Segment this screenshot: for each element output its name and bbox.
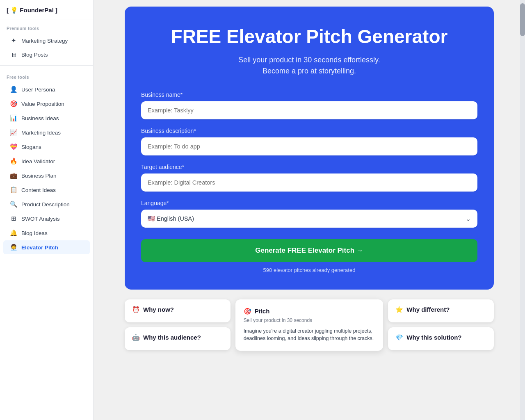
sidebar-item-blog-ideas[interactable]: 🔔 Blog Ideas — [3, 226, 90, 240]
chart-icon: 📊 — [10, 114, 17, 122]
clock-icon: ⏰ — [132, 306, 140, 313]
why-different-card: ⭐ Why different? — [388, 299, 494, 322]
preview-right: ⭐ Why different? 💎 Why this solution? — [388, 299, 494, 350]
pitch-title-text: Pitch — [255, 308, 270, 315]
why-now-title: ⏰ Why now? — [132, 306, 223, 313]
pitch-card-title: 🎯 Pitch — [244, 308, 375, 315]
sidebar-item-marketing-ideas[interactable]: 📈 Marketing Ideas — [3, 126, 90, 139]
pitch-body: Imagine you're a digital creator jugglin… — [244, 327, 375, 343]
star-icon: ⭐ — [395, 306, 403, 313]
sidebar-item-swot-analysis[interactable]: ⊞ SWOT Analysis — [3, 212, 90, 226]
business-name-group: Business name* — [141, 91, 477, 119]
sidebar-item-marketing-strategy[interactable]: ✦ Marketing Strategy — [3, 34, 90, 48]
hero-subtitle: Sell your product in 30 seconds effortle… — [141, 55, 477, 77]
why-solution-title: 💎 Why this solution? — [395, 334, 486, 341]
logo-text: [ 💡 FounderPal ] — [7, 7, 57, 14]
subtitle-line1: Sell your product in 30 seconds effortle… — [238, 56, 380, 64]
robot-icon: 🤖 — [132, 334, 140, 341]
magnify-icon: 🔍 — [10, 201, 17, 208]
trending-icon: 📈 — [10, 129, 17, 136]
sidebar-item-label: Marketing Strategy — [21, 38, 68, 44]
sparkle-icon: ✦ — [10, 37, 17, 44]
target-audience-label: Target audience* — [141, 164, 477, 170]
sidebar-item-label: Business Plan — [21, 173, 57, 179]
free-section-label: Free tools — [0, 69, 93, 82]
heart-icon: 💝 — [10, 143, 17, 151]
diamond-icon: 💎 — [395, 334, 403, 341]
sidebar-item-idea-validator[interactable]: 🔥 Idea Validator — [3, 154, 90, 168]
sidebar-item-blog-posts[interactable]: 🖥 Blog Posts — [3, 48, 90, 62]
sidebar-item-business-plan[interactable]: 💼 Business Plan — [3, 169, 90, 183]
hero-card: FREE Elevator Pitch Generator Sell your … — [125, 7, 494, 290]
sidebar-item-label: Value Proposition — [21, 101, 64, 107]
preview-left: ⏰ Why now? 🤖 Why this audience? — [125, 299, 231, 350]
sidebar-item-label: Business Ideas — [21, 115, 59, 121]
person-icon: 👤 — [10, 86, 17, 93]
sidebar-item-user-persona[interactable]: 👤 User Persona — [3, 82, 90, 96]
generate-button[interactable]: Generate FREE Elevator Pitch → — [141, 239, 477, 262]
briefcase-icon: 💼 — [10, 172, 17, 179]
sidebar-item-label: SWOT Analysis — [21, 216, 60, 222]
sidebar-item-label: Idea Validator — [21, 158, 55, 164]
sidebar-item-slogans[interactable]: 💝 Slogans — [3, 140, 90, 154]
fire-icon: 🔥 — [10, 158, 17, 165]
language-select[interactable]: 🇺🇸 English (USA) 🇬🇧 English (UK) 🇪🇸 Span… — [141, 210, 477, 228]
pitch-icon: 🧑‍💼 — [10, 244, 17, 251]
sidebar-item-label: Content Ideas — [21, 187, 56, 193]
why-solution-card: 💎 Why this solution? — [388, 327, 494, 350]
why-audience-title: 🤖 Why this audience? — [132, 334, 223, 341]
logo[interactable]: [ 💡 FounderPal ] — [0, 0, 93, 20]
business-name-label: Business name* — [141, 91, 477, 98]
grid-icon: ⊞ — [10, 215, 17, 222]
subtitle-line2: Become a pro at storytelling. — [262, 67, 356, 75]
sidebar-item-label: Blog Posts — [21, 52, 48, 58]
business-name-input[interactable] — [141, 101, 477, 119]
business-description-label: Business description* — [141, 128, 477, 134]
scrollbar[interactable] — [520, 0, 525, 420]
monitor-icon: 🖥 — [10, 51, 17, 58]
sidebar-item-business-ideas[interactable]: 📊 Business Ideas — [3, 111, 90, 125]
sidebar-item-label: Product Description — [21, 201, 70, 208]
pitch-count: 590 elevator pitches already generated — [141, 267, 477, 273]
target-audience-input[interactable] — [141, 173, 477, 192]
business-description-group: Business description* — [141, 128, 477, 155]
main-content: FREE Elevator Pitch Generator Sell your … — [94, 0, 525, 420]
business-description-input[interactable] — [141, 137, 477, 155]
sidebar: [ 💡 FounderPal ] Premium tools ✦ Marketi… — [0, 0, 94, 420]
pitch-emoji-icon: 🎯 — [244, 308, 251, 315]
sidebar-item-product-description[interactable]: 🔍 Product Description — [3, 197, 90, 211]
sidebar-item-content-ideas[interactable]: 📋 Content Ideas — [3, 183, 90, 197]
why-different-title: ⭐ Why different? — [395, 306, 486, 313]
target-icon: 🎯 — [10, 100, 17, 107]
language-group: Language* 🇺🇸 English (USA) 🇬🇧 English (U… — [141, 200, 477, 228]
target-audience-group: Target audience* — [141, 164, 477, 192]
why-audience-card: 🤖 Why this audience? — [125, 327, 231, 350]
page-title: FREE Elevator Pitch Generator — [141, 26, 477, 47]
preview-section: ⏰ Why now? 🤖 Why this audience? 🎯 Pitch … — [125, 299, 494, 351]
pitch-center-card: 🎯 Pitch Sell your product in 30 seconds … — [235, 299, 383, 351]
sidebar-item-label: Elevator Pitch — [21, 244, 58, 251]
free-items-list: 👤 User Persona 🎯 Value Proposition 📊 Bus… — [0, 82, 93, 255]
premium-items-list: ✦ Marketing Strategy 🖥 Blog Posts — [0, 33, 93, 62]
language-select-wrapper: 🇺🇸 English (USA) 🇬🇧 English (UK) 🇪🇸 Span… — [141, 210, 477, 228]
sidebar-item-value-proposition[interactable]: 🎯 Value Proposition — [3, 97, 90, 111]
sidebar-item-elevator-pitch[interactable]: 🧑‍💼 Elevator Pitch — [3, 240, 90, 254]
sidebar-item-label: User Persona — [21, 87, 55, 93]
premium-section-label: Premium tools — [0, 20, 93, 33]
scrollbar-thumb[interactable] — [520, 3, 525, 36]
sidebar-item-label: Blog Ideas — [21, 230, 48, 236]
pitch-subtitle: Sell your product in 30 seconds — [244, 317, 375, 323]
sidebar-item-label: Marketing Ideas — [21, 130, 61, 136]
language-label: Language* — [141, 200, 477, 206]
bell-icon: 🔔 — [10, 229, 17, 237]
divider — [0, 65, 93, 66]
why-now-card: ⏰ Why now? — [125, 299, 231, 322]
sidebar-item-label: Slogans — [21, 144, 41, 150]
clipboard-icon: 📋 — [10, 186, 17, 194]
